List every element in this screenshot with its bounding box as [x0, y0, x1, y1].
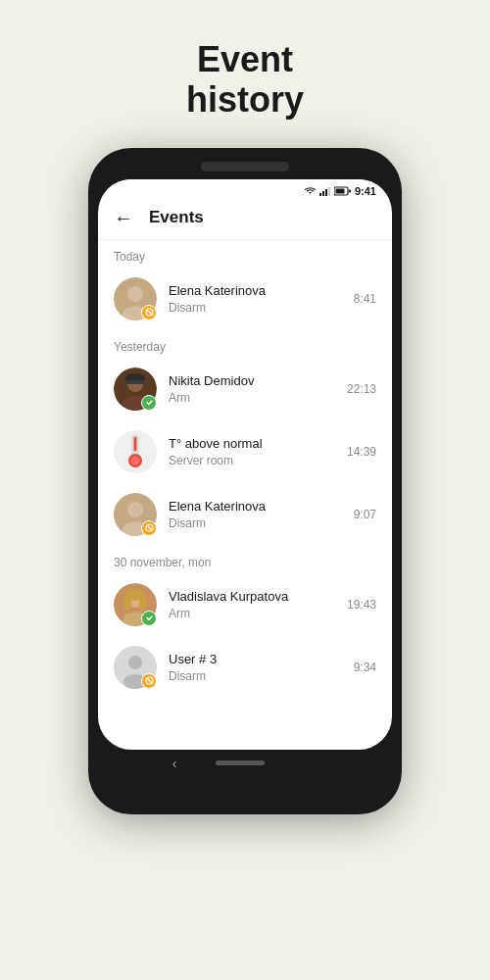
svg-point-23 [127, 502, 143, 517]
event-info: Elena Katerinova Disarm [169, 283, 342, 315]
signal-icon [319, 186, 331, 196]
svg-point-32 [139, 595, 147, 611]
disarm-badge [141, 305, 157, 320]
event-name: T° above normal [169, 436, 335, 453]
event-sub: Disarm [169, 301, 342, 315]
arm-icon [145, 613, 154, 622]
event-time: 8:41 [354, 292, 376, 306]
svg-rect-1 [319, 193, 321, 196]
event-info: T° above normal Server room [169, 436, 335, 467]
event-sub: Server room [169, 454, 335, 467]
event-name: User # 3 [169, 652, 342, 668]
event-time: 14:39 [347, 445, 376, 459]
event-info: Vladislava Kurpatova Arm [169, 589, 335, 620]
event-item[interactable]: User # 3 Disarm 9:34 [98, 636, 392, 699]
page-title: Event history [186, 39, 304, 121]
event-info: Elena Katerinova Disarm [169, 499, 342, 530]
avatar-wrap [114, 430, 157, 473]
svg-marker-0 [309, 192, 312, 194]
event-item[interactable]: Vladislava Kurpatova Arm 19:43 [98, 573, 392, 636]
status-time: 9:41 [355, 185, 376, 197]
svg-point-9 [127, 286, 143, 302]
event-item[interactable]: T° above normal Server room 14:39 [98, 420, 392, 483]
disarm-icon [145, 676, 154, 685]
avatar-wrap [114, 493, 157, 536]
event-info: Nikita Demidov Arm [169, 373, 335, 405]
phone-nav-bar: ‹ [98, 750, 392, 777]
avatar-wrap [114, 368, 157, 411]
status-bar: 9:41 [98, 179, 392, 199]
section-today: Today [98, 240, 392, 268]
event-info: User # 3 Disarm [169, 652, 342, 683]
svg-line-37 [147, 679, 151, 683]
arm-badge [141, 395, 157, 411]
event-sub: Arm [169, 607, 335, 620]
svg-point-21 [131, 456, 140, 465]
svg-line-12 [147, 311, 151, 315]
section-november: 30 november, mon [98, 546, 392, 573]
phone-notch [201, 162, 289, 172]
event-item[interactable]: Nikita Demidov Arm 22:13 [98, 358, 392, 420]
event-name: Elena Katerinova [169, 283, 342, 300]
svg-rect-6 [335, 188, 344, 193]
disarm-icon [145, 523, 154, 532]
section-yesterday: Yesterday [98, 330, 392, 358]
status-icons: 9:41 [304, 185, 376, 197]
avatar-wrap [114, 277, 157, 320]
event-time: 9:07 [354, 508, 376, 521]
events-title: Events [149, 208, 204, 227]
event-name: Vladislava Kurpatova [169, 589, 335, 606]
event-item[interactable]: Elena Katerinova Disarm 8:41 [98, 268, 392, 330]
avatar [114, 430, 157, 473]
svg-rect-3 [325, 189, 327, 196]
event-time: 9:34 [354, 661, 376, 674]
svg-rect-2 [322, 191, 324, 196]
event-time: 22:13 [347, 382, 376, 396]
phone-frame: 9:41 ← Events Today [88, 148, 402, 814]
phone-screen: 9:41 ← Events Today [98, 179, 392, 750]
arm-icon [145, 398, 154, 407]
event-name: Elena Katerinova [169, 499, 342, 515]
svg-rect-4 [328, 187, 330, 196]
battery-icon [334, 186, 352, 196]
svg-line-26 [147, 526, 151, 530]
disarm-badge [141, 520, 157, 536]
home-pill[interactable] [216, 760, 265, 765]
event-sub: Disarm [169, 516, 342, 530]
svg-rect-19 [134, 436, 137, 451]
thermometer-icon [122, 433, 149, 470]
avatar-wrap [114, 646, 157, 689]
arm-badge [141, 611, 157, 626]
svg-rect-17 [125, 380, 145, 384]
back-button[interactable]: ← [114, 207, 133, 229]
events-list: Today [98, 240, 392, 750]
app-header: ← Events [98, 199, 392, 240]
disarm-badge [141, 673, 157, 689]
disarm-icon [145, 308, 154, 317]
svg-point-31 [123, 595, 131, 611]
back-nav-button[interactable]: ‹ [172, 756, 177, 771]
event-time: 19:43 [347, 598, 376, 612]
event-name: Nikita Demidov [169, 373, 335, 390]
avatar-wrap [114, 583, 157, 626]
event-item[interactable]: Elena Katerinova Disarm 9:07 [98, 483, 392, 546]
event-sub: Disarm [169, 669, 342, 683]
wifi-icon [304, 186, 317, 196]
event-sub: Arm [169, 391, 335, 405]
svg-point-34 [128, 656, 142, 669]
svg-rect-7 [349, 189, 351, 192]
